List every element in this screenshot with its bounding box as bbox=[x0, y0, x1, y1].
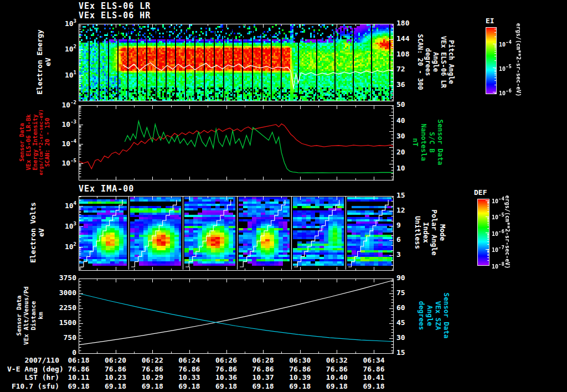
axis-label-line: S/C B bbox=[428, 120, 436, 166]
table-cell: 69.18 bbox=[209, 383, 244, 390]
y-tick-label: 103 bbox=[48, 19, 76, 28]
ima-spectrogram-canvas bbox=[79, 196, 394, 271]
colorbar-tick-label: 10-4 bbox=[499, 40, 512, 48]
table-cell: 10.11 bbox=[61, 374, 96, 381]
table-cell: 69.18 bbox=[61, 383, 96, 390]
table-cell: 76.86 bbox=[172, 365, 207, 373]
axis-label-stack: Electron VoltseV bbox=[29, 202, 45, 263]
y-tick-label: 102 bbox=[48, 243, 76, 251]
y-tick-label: 1500 bbox=[48, 319, 76, 327]
axis-label-line: Mode bbox=[439, 210, 447, 256]
time-tick-label: 06:32 bbox=[319, 357, 354, 364]
axis-label-stack: Sensor DataVEx ELS-06 LR-BkEnergy Intens… bbox=[18, 109, 50, 175]
y-tick-label: 2250 bbox=[48, 304, 76, 312]
axis-label-line: Nanotesla bbox=[420, 120, 428, 166]
altitude-sza-canvas bbox=[79, 278, 394, 354]
axis-label-line: Energy Intensity bbox=[32, 109, 38, 175]
table-cell: 10.40 bbox=[319, 374, 354, 381]
y-tick-label: 10-2 bbox=[48, 101, 76, 109]
colorbar1-ei bbox=[486, 27, 497, 94]
axis-label-line: VEx ELS-06 LR-Bk bbox=[25, 109, 32, 175]
axis-label-line: Angle bbox=[432, 34, 440, 90]
table-cell: 69.18 bbox=[135, 383, 169, 390]
axis-label-line: ergs/(cm**2-sr-sec-eV) bbox=[504, 195, 511, 269]
y-tick-label: 10 bbox=[396, 164, 421, 172]
axis-label-line: km bbox=[37, 286, 44, 345]
table-cell: 69.18 bbox=[357, 383, 391, 390]
colorbar-tick-label: 10-6 bbox=[492, 230, 504, 238]
panel3-title: VEx IMA-00 bbox=[79, 185, 134, 194]
y-tick-label: 3000 bbox=[48, 289, 76, 297]
axis-label-line: Electron Volts bbox=[29, 202, 37, 263]
y-tick-label: 10-5 bbox=[48, 159, 76, 167]
table-row-label: V-E Ang (deg) bbox=[7, 365, 59, 373]
colorbar3-def bbox=[477, 199, 489, 266]
axis-label-line: Angle bbox=[426, 293, 434, 339]
axis-label-line: Polar Angle bbox=[430, 210, 439, 256]
table-cell: 10.36 bbox=[209, 374, 244, 381]
colorbar3-title: DEF bbox=[474, 189, 487, 197]
table-cell: 10.37 bbox=[246, 374, 280, 381]
time-tick-label: 06:30 bbox=[283, 357, 317, 364]
time-tick-label: 06:20 bbox=[99, 357, 133, 364]
axis-label-line: Sensor Data bbox=[16, 286, 23, 345]
axis-label-line: degrees bbox=[424, 34, 432, 90]
axis-label-line: Index bbox=[422, 210, 430, 256]
axis-label-line: ergs/(cm**2-sr-sec-eV) bbox=[516, 23, 522, 96]
table-cell: 69.18 bbox=[246, 383, 280, 390]
time-tick-label: 06:28 bbox=[246, 357, 280, 364]
time-tick-label: 06:22 bbox=[135, 357, 169, 364]
table-cell: 76.86 bbox=[319, 365, 354, 373]
colorbar-tick-label: 10-5 bbox=[492, 213, 504, 221]
axis-label-line: Sensor Data bbox=[442, 293, 451, 339]
colorbar-tick-label: 10-4 bbox=[492, 197, 504, 205]
axis-label-line: eV bbox=[37, 202, 45, 263]
vex-multipanel-quicklook: VEx ELS-06 LR VEx ELS-06 HR VEx IMA-00 E… bbox=[0, 0, 567, 392]
y-tick-label: 15 bbox=[396, 192, 421, 199]
y-tick-label: 0 bbox=[48, 349, 76, 357]
axis-label-line: VEx SZA bbox=[434, 293, 442, 339]
y-tick-label: 10-3 bbox=[48, 120, 76, 128]
axis-label-line: SCAN: 20 - 150 bbox=[44, 109, 50, 175]
table-cell: 10.29 bbox=[135, 374, 169, 381]
y-tick-label: 50 bbox=[396, 101, 421, 109]
colorbar-tick-label: 10-6 bbox=[499, 89, 512, 97]
axis-label-line: eV bbox=[44, 29, 52, 94]
axis-label-stack: ergs/(cm**2-sr-sec-eV) bbox=[516, 23, 522, 96]
y-tick-label: 10-4 bbox=[48, 140, 76, 148]
intensity-bfield-canvas bbox=[79, 105, 394, 180]
axis-label-stack: ModePolar AngleIndexUnitless bbox=[414, 210, 447, 256]
y-tick-label: 90 bbox=[396, 274, 421, 282]
table-cell: 76.86 bbox=[99, 365, 133, 373]
time-tick-label: 06:18 bbox=[61, 357, 96, 364]
colorbar-tick-label: 10-8 bbox=[492, 262, 504, 270]
axis-label-stack: Sensor DataVEx SZAAngledegrees bbox=[417, 293, 451, 339]
axis-label-stack: Electron EnergyeV bbox=[35, 29, 52, 94]
panel1-title-line1: VEx ELS-06 LR bbox=[79, 2, 151, 11]
axis-label-stack: Pitch AngleVEx ELS-06 LRAngledegreesSCAN… bbox=[416, 34, 455, 90]
y-tick-label: 103 bbox=[48, 222, 76, 230]
axis-label-line: Sensor Data bbox=[436, 120, 445, 166]
y-tick-label: 3750 bbox=[48, 274, 76, 282]
axis-label-stack: Sensor DataS/C BNanoteslanT bbox=[411, 120, 445, 166]
colorbar-tick-label: 10-7 bbox=[492, 246, 504, 254]
table-cell: 76.86 bbox=[283, 365, 317, 373]
y-tick-label: 104 bbox=[48, 202, 76, 210]
table-cell: 76.86 bbox=[246, 365, 280, 373]
axis-label-line: ergs/(cm**2-sr-sec-eV) bbox=[38, 109, 44, 175]
panel1-title-line2: VEx ELS-06 HR bbox=[79, 12, 151, 20]
table-cell: 10.39 bbox=[283, 374, 317, 381]
table-row-label: LST (hr) bbox=[7, 374, 59, 381]
axis-label-line: Sensor Data bbox=[18, 109, 25, 175]
axis-label-line: Electron Energy bbox=[35, 29, 44, 94]
table-cell: 76.86 bbox=[61, 365, 96, 373]
colorbar1-title: EI bbox=[486, 17, 494, 25]
y-tick-label: 180 bbox=[396, 19, 421, 27]
date-label: 2007/110 bbox=[7, 357, 59, 364]
table-cell: 10.41 bbox=[357, 374, 391, 381]
y-tick-label: 15 bbox=[396, 349, 421, 357]
axis-label-line: Unitless bbox=[414, 210, 422, 256]
axis-label-stack: Sensor DataVEx Alt/Venus/PdDistancekm bbox=[16, 286, 44, 345]
colorbar-tick-label: 10-5 bbox=[499, 65, 512, 73]
table-cell: 76.86 bbox=[357, 365, 391, 373]
